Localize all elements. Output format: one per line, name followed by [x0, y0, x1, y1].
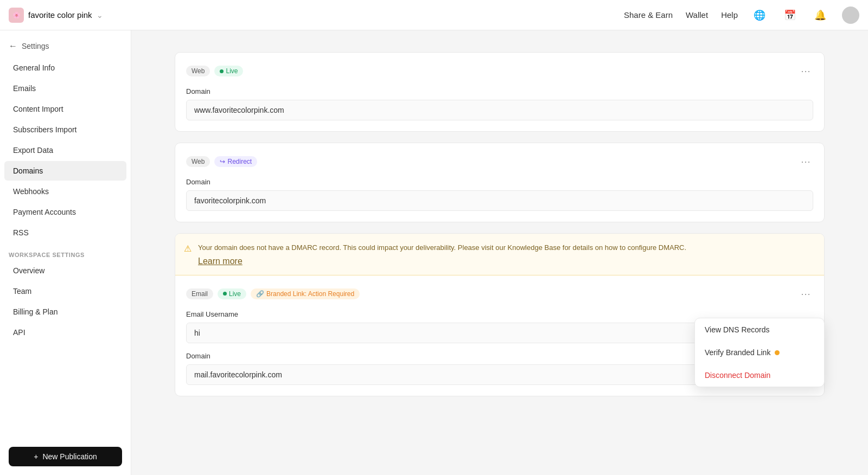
new-publication-button[interactable]: + New Publication	[9, 447, 122, 466]
chevron-icon: ⌄	[97, 11, 103, 20]
sidebar-item-export-data[interactable]: Export Data	[4, 140, 126, 160]
redirect-icon: ↪	[220, 158, 225, 165]
branded-badge: 🔗 Branded Link: Action Required	[251, 288, 360, 299]
sidebar-item-domains[interactable]: Domains	[4, 161, 126, 181]
sidebar-item-team[interactable]: Team	[4, 281, 126, 301]
web-badge: Web	[186, 156, 210, 167]
help-link[interactable]: Help	[721, 10, 738, 20]
share-earn-link[interactable]: Share & Earn	[624, 10, 673, 20]
sidebar-item-rss[interactable]: RSS	[4, 223, 126, 242]
live-dot	[220, 69, 224, 73]
plus-icon: +	[34, 452, 38, 461]
warning-text: Your domain does not have a DMARC record…	[198, 242, 686, 253]
sidebar-item-api[interactable]: API	[4, 323, 126, 342]
card-header: Web ↪ Redirect ⋯	[186, 154, 813, 169]
yellow-dot-icon	[775, 350, 780, 355]
sidebar-item-overview[interactable]: Overview	[4, 261, 126, 280]
web-redirect-card: Web ↪ Redirect ⋯ Domain favoritecolorpin…	[175, 143, 825, 222]
card-more-button[interactable]: ⋯	[798, 154, 813, 169]
back-button[interactable]: ← Settings	[0, 30, 131, 57]
dropdown-menu: View DNS Records Verify Branded Link Dis…	[694, 318, 825, 387]
domain-label: Domain	[186, 87, 813, 95]
email-card-more-button[interactable]: ⋯	[798, 286, 813, 301]
verify-branded-item[interactable]: Verify Branded Link	[695, 341, 824, 364]
warning-content: Your domain does not have a DMARC record…	[198, 242, 686, 266]
live-dot	[223, 292, 227, 296]
learn-more-link[interactable]: Learn more	[198, 256, 686, 266]
verify-branded-row: Verify Branded Link	[705, 348, 814, 357]
live-badge: Live	[218, 288, 246, 299]
disconnect-domain-item[interactable]: Disconnect Domain	[695, 364, 824, 387]
card-header: Email Live 🔗 Branded Link: Action Requir…	[186, 286, 813, 301]
warning-box: ⚠ Your domain does not have a DMARC reco…	[175, 234, 824, 275]
pub-icon: 🌸	[9, 8, 24, 23]
main-layout: ← Settings General Info Emails Content I…	[0, 30, 868, 475]
avatar[interactable]	[842, 7, 859, 24]
calendar-icon[interactable]: 📅	[781, 7, 799, 24]
email-badge: Email	[186, 288, 213, 299]
username-label: Email Username	[186, 310, 813, 318]
card-more-button[interactable]: ⋯	[798, 63, 813, 79]
domain-value: favoritecolorpink.com	[186, 190, 813, 211]
sidebar-item-webhooks[interactable]: Webhooks	[4, 182, 126, 201]
sidebar-item-payment-accounts[interactable]: Payment Accounts	[4, 202, 126, 222]
sidebar: ← Settings General Info Emails Content I…	[0, 30, 131, 475]
card-header-left: Web Live	[186, 66, 243, 76]
back-arrow-icon: ←	[9, 41, 17, 51]
username-value: hi	[186, 323, 760, 343]
topbar-left: 🌸 favorite color pink ⌄	[9, 8, 103, 23]
link-icon: 🔗	[256, 290, 264, 298]
redirect-badge: ↪ Redirect	[214, 156, 257, 167]
pub-name: favorite color pink	[28, 10, 92, 20]
topbar: 🌸 favorite color pink ⌄ Share & Earn Wal…	[0, 0, 868, 30]
bell-icon[interactable]: 🔔	[812, 7, 829, 24]
topbar-right: Share & Earn Wallet Help 🌐 📅 🔔	[624, 7, 859, 24]
sidebar-item-content-import[interactable]: Content Import	[4, 99, 126, 119]
back-label: Settings	[22, 42, 49, 50]
sidebar-item-general-info[interactable]: General Info	[4, 58, 126, 78]
globe-icon[interactable]: 🌐	[751, 7, 768, 24]
web-badge: Web	[186, 66, 210, 76]
card-header-left: Email Live 🔗 Branded Link: Action Requir…	[186, 288, 360, 299]
sidebar-item-subscribers-import[interactable]: Subscribers Import	[4, 120, 126, 139]
web-live-card: Web Live ⋯ Domain www.favoritecolorpink.…	[175, 52, 825, 132]
domain-value: www.favoritecolorpink.com	[186, 100, 813, 120]
workspace-section-label: Workspace Settings	[0, 243, 131, 260]
wallet-link[interactable]: Wallet	[686, 10, 708, 20]
content-area: Web Live ⋯ Domain www.favoritecolorpink.…	[131, 30, 868, 475]
view-dns-item[interactable]: View DNS Records	[695, 318, 824, 341]
sidebar-item-emails[interactable]: Emails	[4, 79, 126, 98]
domain-label: Domain	[186, 178, 813, 186]
live-badge: Live	[214, 66, 243, 76]
card-header-left: Web ↪ Redirect	[186, 156, 257, 167]
warning-icon: ⚠	[184, 243, 192, 254]
card-header: Web Live ⋯	[186, 63, 813, 79]
sidebar-item-billing-plan[interactable]: Billing & Plan	[4, 302, 126, 322]
